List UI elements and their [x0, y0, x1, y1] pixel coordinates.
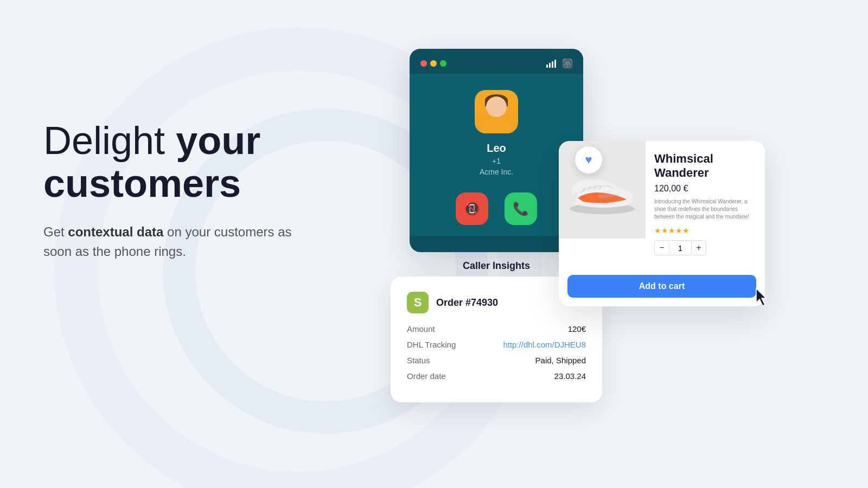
product-description: Introducing the Whimsical Wanderer, a sh…: [654, 198, 756, 221]
call-buttons: 📵 📞: [420, 192, 572, 225]
order-label-status: Status: [407, 356, 430, 365]
order-row-amount: Amount 120€: [407, 324, 586, 333]
dot-yellow: [430, 60, 437, 67]
order-label-date: Order date: [407, 371, 446, 381]
order-row-tracking: DHL Tracking http://dhl.com/DJHEU8: [407, 340, 586, 349]
dot-red: [420, 60, 427, 67]
headphone-button: 🎧: [563, 59, 572, 68]
decline-call-button[interactable]: 📵: [456, 192, 488, 225]
order-value-date: 23.03.24: [554, 371, 586, 381]
order-label-amount: Amount: [407, 324, 435, 333]
order-row-date: Order date 23.03.24: [407, 371, 586, 381]
quantity-value: 1: [669, 240, 691, 255]
headphone-icon: 🎧: [562, 59, 573, 69]
signal-bar-1: [546, 65, 548, 68]
accept-call-button[interactable]: 📞: [505, 192, 537, 225]
product-card-footer: Add to cart: [559, 273, 765, 306]
phone-header-icons: 🎧: [546, 59, 572, 68]
signal-bar-4: [554, 60, 556, 68]
avatar-person: [475, 90, 518, 133]
avatar: [475, 90, 518, 133]
phone-card: 🎧 Leo +1 Acme Inc. 📵 📞: [410, 49, 583, 252]
add-to-cart-button[interactable]: Add to cart: [567, 275, 756, 298]
subtext: Get contextual data on your customers as…: [43, 222, 315, 261]
product-info: Whimsical Wanderer 120,00 € Introducing …: [646, 141, 765, 273]
product-stars: ★★★★★: [654, 226, 756, 235]
quantity-increase-button[interactable]: +: [691, 240, 706, 255]
shoe-svg: [564, 163, 640, 217]
order-tracking-link[interactable]: http://dhl.com/DJHEU8: [503, 340, 586, 349]
caller-company: Acme Inc.: [420, 168, 572, 176]
signal-icon: [546, 59, 556, 68]
order-label-tracking: DHL Tracking: [407, 340, 456, 349]
avatar-body: [480, 117, 513, 133]
headline-part1: Delight: [43, 119, 176, 162]
avatar-head: [486, 97, 507, 117]
subtext-normal1: Get: [43, 224, 68, 239]
headline: Delight your customers: [43, 119, 315, 205]
phone-card-header: 🎧: [410, 49, 583, 74]
window-dots: [420, 60, 446, 67]
order-value-status: Paid, Shipped: [535, 356, 586, 365]
quantity-row: − 1 +: [654, 240, 756, 255]
like-button[interactable]: ♥: [575, 146, 602, 174]
product-image: [559, 141, 646, 239]
decline-icon: 📵: [464, 201, 480, 216]
right-section: 🎧 Leo +1 Acme Inc. 📵 📞: [326, 0, 868, 488]
caller-number: +1: [420, 157, 572, 165]
caller-name: Leo: [420, 142, 572, 155]
heart-icon: ♥: [585, 153, 592, 167]
headline-bold: your: [176, 119, 260, 162]
signal-bar-2: [549, 63, 551, 68]
left-section: Delight your customers Get contextual da…: [43, 119, 315, 261]
order-value-amount: 120€: [568, 324, 586, 333]
subtext-bold: contextual data: [68, 224, 163, 239]
signal-bar-3: [552, 61, 553, 68]
order-title: Order #74930: [436, 297, 498, 309]
quantity-decrease-button[interactable]: −: [654, 240, 669, 255]
accept-icon: 📞: [513, 201, 529, 216]
phone-card-body: Leo +1 Acme Inc. 📵 📞: [410, 74, 583, 236]
product-name: Whimsical Wanderer: [654, 152, 756, 181]
headline-customers: customers: [43, 162, 241, 205]
product-price: 120,00 €: [654, 184, 756, 194]
dot-green: [440, 60, 446, 67]
shopify-icon: S: [407, 292, 429, 313]
order-row-status: Status Paid, Shipped: [407, 356, 586, 365]
caller-insights-label: Caller Insights: [410, 260, 583, 272]
